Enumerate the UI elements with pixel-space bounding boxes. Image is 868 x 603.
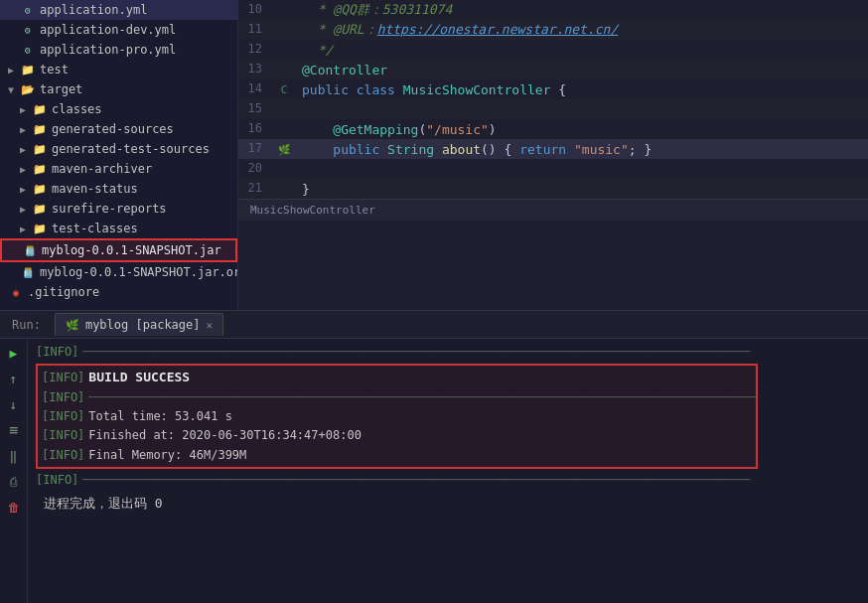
- config-icon: ⚙: [20, 2, 36, 18]
- code-line-21: 21 }: [238, 179, 868, 199]
- sidebar-item-generated-sources[interactable]: ▶ 📁 generated-sources: [0, 119, 237, 139]
- sidebar-item-application-pro-yml[interactable]: ⚙ application-pro.yml: [0, 40, 237, 60]
- folder-icon: 📁: [32, 141, 48, 157]
- breadcrumb: MusicShowController: [238, 199, 868, 221]
- code-line-17: 17 🌿 public String about() { return "mus…: [238, 139, 868, 159]
- sidebar-item-target[interactable]: ▼ 📂 target: [0, 79, 237, 99]
- settings-button[interactable]: ≡: [4, 420, 24, 440]
- console-line-success: [INFO] BUILD SUCCESS: [38, 368, 756, 388]
- run-panel: Run: 🌿 myblog [package] ✕ ▶ ↑ ↓ ≡ ‖ ⎙ 🗑 …: [0, 310, 868, 603]
- code-editor: 10 * @QQ群：530311074 11 * @URL：https://on…: [238, 0, 868, 310]
- folder-icon: 📁: [32, 161, 48, 177]
- console-line-dash-1: [INFO] ─────────────────────────────────…: [36, 343, 860, 362]
- spring-tab-icon: 🌿: [66, 319, 79, 332]
- code-line-10: 10 * @QQ群：530311074: [238, 0, 868, 20]
- sidebar-item-maven-archiver[interactable]: ▶ 📁 maven-archiver: [0, 159, 237, 179]
- sidebar-item-maven-status[interactable]: ▶ 📁 maven-status: [0, 179, 237, 199]
- console-line-total-time: [INFO] Total time: 53.041 s: [38, 407, 756, 426]
- scroll-up-button[interactable]: ↑: [4, 369, 24, 388]
- folder-icon: 📁: [32, 121, 48, 137]
- folder-open-icon: 📂: [20, 81, 36, 97]
- sidebar-item-test-classes[interactable]: ▶ 📁 test-classes: [0, 219, 237, 238]
- about-method: about: [442, 142, 481, 157]
- pause-button[interactable]: ‖: [4, 446, 24, 466]
- folder-icon: 📁: [32, 181, 48, 197]
- console-line-dash-2: [INFO] ─────────────────────────────────…: [38, 388, 756, 407]
- run-tab-myblog-package[interactable]: 🌿 myblog [package] ✕: [55, 313, 223, 336]
- print-button[interactable]: ⎙: [4, 472, 24, 492]
- file-tree: ⚙ application.yml ⚙ application-dev.yml …: [0, 0, 238, 310]
- code-line-11: 11 * @URL：https://onestar.newstar.net.cn…: [238, 20, 868, 40]
- folder-icon: 📁: [32, 101, 48, 117]
- folder-icon: 📁: [20, 62, 36, 77]
- clear-button[interactable]: 🗑: [4, 498, 24, 518]
- run-tab-bar: Run: 🌿 myblog [package] ✕: [0, 311, 868, 339]
- code-line-12: 12 */: [238, 40, 868, 60]
- scroll-down-button[interactable]: ↓: [4, 394, 24, 414]
- run-button[interactable]: ▶: [4, 343, 24, 363]
- jar-icon: 🫙: [20, 264, 36, 280]
- code-line-15: 15: [238, 99, 868, 119]
- sidebar-item-classes[interactable]: ▶ 📁 classes: [0, 99, 237, 119]
- sidebar-item-myblog-jar-original[interactable]: 🫙 myblog-0.0.1-SNAPSHOT.jar.original: [0, 262, 237, 282]
- sidebar-item-surefire-reports[interactable]: ▶ 📁 surefire-reports: [0, 199, 237, 219]
- folder-icon: 📁: [32, 221, 48, 236]
- code-line-20: 20: [238, 159, 868, 179]
- run-label: Run:: [4, 314, 49, 336]
- console-line-finished-at: [INFO] Finished at: 2020-06-30T16:34:47+…: [38, 426, 756, 445]
- tab-close-button[interactable]: ✕: [207, 319, 214, 332]
- sidebar-item-test[interactable]: ▶ 📁 test: [0, 60, 237, 79]
- sidebar-item-application-dev-yml[interactable]: ⚙ application-dev.yml: [0, 20, 237, 40]
- console-line-final-memory: [INFO] Final Memory: 46M/399M: [38, 446, 756, 465]
- run-content: ▶ ↑ ↓ ≡ ‖ ⎙ 🗑 [INFO] ───────────────────…: [0, 339, 868, 603]
- code-line-14: 14 C public class MusicShowController {: [238, 79, 868, 99]
- process-complete-text: 进程完成，退出码 0: [36, 490, 860, 519]
- console-line-dash-3: [INFO] ─────────────────────────────────…: [36, 471, 860, 490]
- code-line-16: 16 @GetMapping("/music"): [238, 119, 868, 139]
- config-icon: ⚙: [20, 22, 36, 38]
- console-output: [INFO] ─────────────────────────────────…: [28, 339, 868, 603]
- code-line-13: 13 @Controller: [238, 60, 868, 79]
- sidebar-item-gitignore[interactable]: ◉ .gitignore: [0, 282, 237, 302]
- build-success-block: [INFO] BUILD SUCCESS [INFO] ────────────…: [36, 364, 758, 469]
- config-icon: ⚙: [20, 42, 36, 58]
- run-toolbar: ▶ ↑ ↓ ≡ ‖ ⎙ 🗑: [0, 339, 28, 603]
- git-icon: ◉: [8, 284, 24, 300]
- sidebar-item-myblog-jar[interactable]: 🫙 myblog-0.0.1-SNAPSHOT.jar: [0, 238, 237, 262]
- folder-icon: 📁: [32, 201, 48, 217]
- sidebar-item-application-yml[interactable]: ⚙ application.yml: [0, 0, 237, 20]
- sidebar-item-generated-test-sources[interactable]: ▶ 📁 generated-test-sources: [0, 139, 237, 159]
- jar-icon: 🫙: [22, 242, 38, 258]
